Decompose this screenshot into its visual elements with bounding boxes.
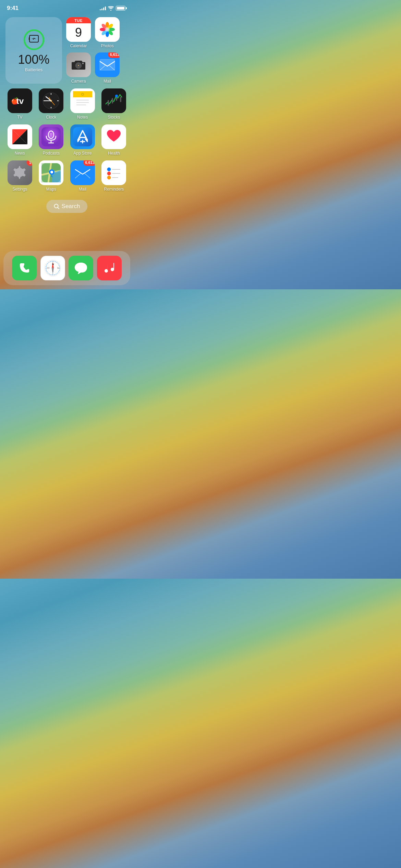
second-right-apps: Camera 6,613 [66,52,128,84]
svg-point-74 [107,172,111,175]
app-tv[interactable]: 🍎 tv TV [5,88,34,120]
svg-rect-3 [29,37,30,40]
svg-line-80 [58,207,59,209]
svg-line-70 [75,173,81,178]
appstore-icon [70,124,95,149]
apps-row-1: 🍎 tv TV [5,88,128,120]
svg-rect-72 [104,163,123,182]
camera-icon [66,52,91,77]
app-mail-top[interactable]: 6,613 Mail [95,52,120,84]
app-podcasts[interactable]: Podcasts [37,124,66,156]
app-maps[interactable]: Maps [37,160,66,192]
clock-label: Clock [46,115,56,120]
status-time: 9:41 [7,5,19,12]
settings-label: Settings [12,187,27,192]
batteries-widget[interactable]: 100% Batteries [5,17,62,84]
batteries-label: Batteries [25,67,42,72]
app-camera[interactable]: Camera [66,52,91,84]
svg-point-69 [50,171,53,173]
tv-icon: 🍎 tv [8,88,32,113]
mail-top-icon: 6,613 [95,52,120,77]
app-reminders[interactable]: Reminders [100,160,129,192]
battery-circle-widget [23,29,45,51]
app-calendar[interactable]: TUE 9 Calendar [66,17,91,48]
app-photos[interactable]: Photos [95,17,120,48]
appstore-label: App Store [73,151,92,156]
svg-text:tv: tv [16,96,24,106]
search-label: Search [62,203,80,210]
widget-row: 100% Batteries TUE 9 Calendar [5,17,128,84]
svg-point-93 [52,267,53,269]
app-settings[interactable]: 1 Settings [5,160,34,192]
phone-battery-icon [30,34,38,46]
notes-label: Notes [77,115,88,120]
music-dock-icon [97,256,122,280]
reminders-icon [101,160,126,185]
news-label: News [15,151,25,156]
svg-rect-52 [41,127,61,146]
calendar-day: TUE [66,19,91,23]
news-icon [8,124,32,149]
svg-text:W: W [47,267,50,269]
stocks-icon [101,88,126,113]
app-clock[interactable]: Clock [37,88,66,120]
dock-messages[interactable] [69,256,93,280]
app-appstore[interactable]: App Store [68,124,97,156]
safari-dock-icon: N S E W [40,256,65,280]
svg-text:S: S [52,270,54,273]
podcasts-icon [39,124,63,149]
messages-dock-icon [69,256,93,280]
svg-point-36 [51,100,52,101]
podcasts-label: Podcasts [43,151,60,156]
settings-badge: 1 [27,160,32,166]
camera-label: Camera [71,79,86,84]
status-bar: 9:41 [0,0,134,14]
mail-bottom-badge: 6,613 [83,160,95,166]
clock-icon [39,88,63,113]
app-notes[interactable]: Notes [68,88,97,120]
health-label: Health [108,151,120,156]
svg-text:N: N [52,263,54,265]
battery-icon [116,6,127,11]
app-stocks[interactable]: Stocks [100,88,129,120]
stocks-label: Stocks [108,115,120,120]
apps-row-2: News [5,124,128,156]
search-icon [54,204,59,209]
svg-point-75 [107,176,111,179]
svg-line-71 [85,173,90,178]
calendar-label: Calendar [70,44,87,48]
battery-percent-text: 100% [18,53,49,66]
widget-right-column: TUE 9 Calendar [66,17,128,84]
mail-top-badge: 6,613 [108,52,120,58]
dock-music[interactable] [97,256,122,280]
signal-icon [100,6,106,10]
mail-top-label: Mail [104,79,111,84]
photos-icon [95,17,120,42]
app-health[interactable]: Health [100,124,129,156]
dock-phone[interactable] [12,256,37,280]
settings-icon: 1 [8,160,32,185]
mail-bottom-label: Mail [79,187,86,192]
maps-label: Maps [46,187,56,192]
notes-icon [70,88,95,113]
health-icon [101,124,126,149]
svg-point-50 [115,95,118,97]
wifi-icon [108,6,114,11]
reminders-label: Reminders [104,187,124,192]
mail-bottom-icon: 6,613 [70,160,95,185]
top-right-apps: TUE 9 Calendar [66,17,128,48]
apps-row-3: 1 Settings [5,160,128,192]
dock: N S E W [3,251,130,285]
search-bar[interactable]: Search [46,200,88,213]
app-mail-bottom[interactable]: 6,613 Mail [68,160,97,192]
svg-point-13 [105,27,110,32]
search-bar-container: Search [5,200,128,213]
svg-point-18 [78,65,79,66]
svg-text:E: E [57,267,59,269]
app-news[interactable]: News [5,124,34,156]
phone-dock-icon [12,256,37,280]
dock-safari[interactable]: N S E W [40,256,65,280]
photos-label: Photos [101,44,113,48]
status-icons [100,6,127,11]
tv-label: TV [17,115,22,120]
